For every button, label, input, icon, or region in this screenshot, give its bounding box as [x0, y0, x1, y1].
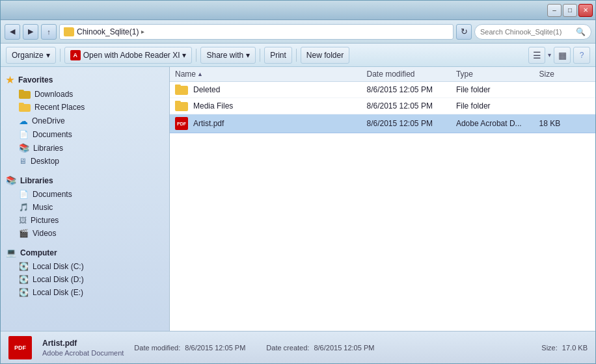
file-name-cell: Deleted: [175, 84, 366, 95]
open-with-button[interactable]: A Open with Adobe Reader XI ▾: [64, 47, 193, 64]
col-header-size[interactable]: Size: [539, 70, 590, 79]
toolbar-separator-3: [260, 49, 260, 62]
file-type: Adobe Acrobat D...: [456, 119, 522, 128]
sidebar-documents-fav-label: Documents: [33, 130, 72, 139]
organize-label: Organize: [12, 51, 44, 60]
sidebar-item-onedrive[interactable]: ☁ OneDrive: [1, 114, 169, 128]
sidebar-item-disk-c[interactable]: 💽 Local Disk (C:): [1, 260, 169, 273]
breadcrumb-folder-icon: [64, 27, 74, 36]
sidebar-libraries-label: Libraries: [20, 176, 53, 185]
downloads-folder-icon: [19, 90, 31, 99]
breadcrumb-bar[interactable]: Chinook_Sqlite(1) ▸: [59, 24, 454, 40]
sidebar-libraries-section: 📚 Libraries 📄 Documents 🎵 Music 🖼 Pictur…: [1, 173, 169, 240]
status-info: Artist.pdf Adobe Acrobat Document: [42, 339, 124, 357]
file-date-cell: 8/6/2015 12:05 PM: [366, 85, 455, 94]
forward-button[interactable]: ▶: [23, 24, 38, 40]
file-type-cell: Adobe Acrobat D...: [456, 119, 539, 128]
minimize-button[interactable]: –: [547, 4, 562, 17]
status-date-created: Date created: 8/6/2015 12:05 PM: [266, 344, 374, 352]
file-date: 8/6/2015 12:05 PM: [366, 119, 432, 128]
sidebar-item-desktop[interactable]: 🖥 Desktop: [1, 155, 169, 168]
status-filename: Artist.pdf: [42, 339, 124, 348]
maximize-button[interactable]: □: [563, 4, 577, 17]
folder-icon: [175, 84, 188, 95]
date-created-label: Date created:: [266, 344, 309, 352]
sidebar-item-documents[interactable]: 📄 Documents: [1, 188, 169, 201]
onedrive-icon: ☁: [19, 116, 28, 126]
open-with-label: Open with Adobe Reader XI: [83, 51, 180, 60]
desktop-icon: 🖥: [19, 157, 27, 166]
recent-places-icon: [19, 103, 31, 112]
col-name-label: Name: [175, 70, 196, 79]
toolbar-separator-4: [296, 49, 297, 62]
title-bar: – □ ✕: [1, 1, 595, 20]
sidebar-videos-label: Videos: [33, 229, 56, 238]
folder-icon: [175, 101, 188, 111]
table-row[interactable]: PDF Artist.pdf 8/6/2015 12:05 PM Adobe A…: [170, 114, 595, 133]
file-type: File folder: [456, 101, 491, 110]
print-button[interactable]: Print: [264, 47, 292, 64]
videos-icon: 🎬: [19, 229, 29, 238]
status-bar: PDF Artist.pdf Adobe Acrobat Document Da…: [1, 331, 595, 363]
sidebar-item-downloads[interactable]: Downloads: [1, 88, 169, 101]
col-size-label: Size: [539, 70, 554, 79]
view-preview-button[interactable]: ▦: [554, 47, 571, 64]
sidebar-disk-d-label: Local Disk (D:): [33, 275, 84, 284]
sidebar-computer-label: Computer: [20, 248, 57, 257]
file-date: 8/6/2015 12:05 PM: [366, 101, 432, 110]
file-name-cell: PDF Artist.pdf: [175, 117, 366, 130]
col-date-label: Date modified: [366, 70, 414, 79]
sidebar-favorites-section: ★ Favorites Downloads Recent Places ☁ On…: [1, 72, 169, 168]
libraries-fav-icon: 📚: [19, 143, 29, 153]
sidebar-documents-label: Documents: [33, 190, 72, 199]
file-date: 8/6/2015 12:05 PM: [366, 85, 432, 94]
file-name: Deleted: [193, 85, 220, 94]
help-button[interactable]: ?: [573, 47, 590, 64]
share-with-label: Share with: [206, 51, 243, 60]
status-size: Size: 17.0 KB: [541, 344, 588, 352]
main-content: ★ Favorites Downloads Recent Places ☁ On…: [1, 67, 595, 331]
file-size: 18 KB: [539, 119, 560, 128]
pictures-icon: 🖼: [19, 216, 27, 225]
size-value: 17.0 KB: [562, 344, 588, 352]
search-box[interactable]: 🔍: [474, 24, 591, 40]
view-details-button[interactable]: ☰: [528, 47, 545, 64]
back-button[interactable]: ◀: [5, 24, 20, 40]
organize-button[interactable]: Organize ▾: [6, 47, 56, 64]
sidebar-item-disk-d[interactable]: 💽 Local Disk (D:): [1, 273, 169, 286]
search-input[interactable]: [480, 28, 573, 36]
pdf-icon: PDF: [175, 117, 188, 130]
sidebar-item-documents-fav[interactable]: 📄 Documents: [1, 128, 169, 141]
sidebar-item-pictures[interactable]: 🖼 Pictures: [1, 214, 169, 227]
window: – □ ✕ ◀ ▶ ↑ Chinook_Sqlite(1) ▸ ↻ 🔍 Orga…: [0, 0, 596, 364]
table-row[interactable]: Media Files 8/6/2015 12:05 PM File folde…: [170, 98, 595, 114]
size-label: Size:: [541, 344, 557, 352]
sidebar-item-recent-places[interactable]: Recent Places: [1, 101, 169, 114]
file-name: Artist.pdf: [193, 119, 224, 128]
file-date-cell: 8/6/2015 12:05 PM: [366, 101, 455, 110]
col-header-date[interactable]: Date modified: [366, 70, 455, 79]
sidebar-disk-e-label: Local Disk (E:): [33, 288, 83, 297]
sidebar-item-videos[interactable]: 🎬 Videos: [1, 227, 169, 240]
libraries-heading-icon: 📚: [6, 176, 16, 185]
view-dropdown-icon[interactable]: ▾: [548, 51, 551, 58]
col-header-name[interactable]: Name ▲: [175, 70, 366, 79]
col-header-type[interactable]: Type: [456, 70, 539, 79]
close-button[interactable]: ✕: [578, 4, 593, 17]
sidebar-item-disk-e[interactable]: 💽 Local Disk (E:): [1, 286, 169, 299]
table-row[interactable]: Deleted 8/6/2015 12:05 PM File folder: [170, 82, 595, 98]
status-date-modified: Date modified: 8/6/2015 12:05 PM: [134, 344, 245, 352]
status-meta: Date modified: 8/6/2015 12:05 PM Date cr…: [134, 344, 374, 352]
favorites-star-icon: ★: [6, 75, 14, 85]
sidebar-item-libraries-fav[interactable]: 📚 Libraries: [1, 141, 169, 155]
sidebar-disk-c-label: Local Disk (C:): [33, 262, 84, 271]
sidebar-item-music[interactable]: 🎵 Music: [1, 201, 169, 214]
refresh-button[interactable]: ↻: [456, 24, 472, 40]
col-type-label: Type: [456, 70, 473, 79]
new-folder-button[interactable]: New folder: [301, 47, 349, 64]
sidebar-computer-section: 💻 Computer 💽 Local Disk (C:) 💽 Local Dis…: [1, 245, 169, 299]
address-bar: ◀ ▶ ↑ Chinook_Sqlite(1) ▸ ↻ 🔍: [1, 20, 595, 44]
up-button[interactable]: ↑: [41, 24, 57, 40]
share-with-button[interactable]: Share with ▾: [200, 47, 256, 64]
toolbar: Organize ▾ A Open with Adobe Reader XI ▾…: [1, 44, 595, 67]
